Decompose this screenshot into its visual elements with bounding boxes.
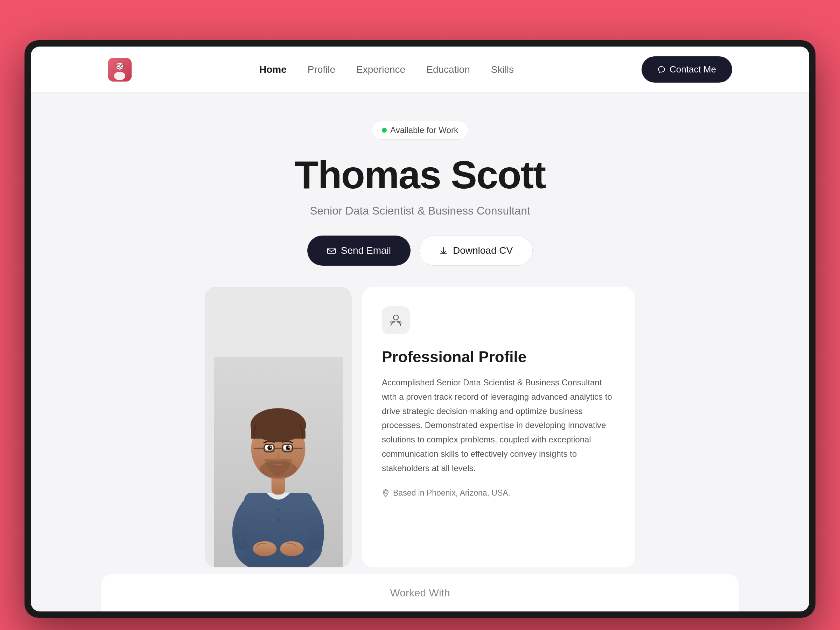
svg-rect-8 (328, 248, 335, 254)
nav-experience[interactable]: Experience (356, 64, 405, 75)
hero-buttons: Send Email Download CV (307, 235, 533, 266)
screen: Home Profile Experience Education Skills… (31, 47, 809, 611)
svg-rect-12 (244, 493, 312, 567)
contact-me-label: Contact Me (669, 64, 716, 75)
download-icon (439, 246, 448, 255)
hero-title: Senior Data Scientist & Business Consult… (310, 204, 530, 217)
available-text: Available for Work (390, 125, 458, 135)
profile-heading: Professional Profile (382, 348, 616, 366)
svg-point-39 (384, 491, 387, 494)
profile-icon (388, 313, 404, 328)
navbar: Home Profile Experience Education Skills… (31, 47, 809, 93)
nav-logo (108, 58, 132, 82)
contact-icon (658, 66, 665, 74)
email-icon (327, 246, 336, 255)
worked-with-title: Worked With (120, 587, 720, 599)
device-frame: Home Profile Experience Education Skills… (25, 40, 815, 618)
svg-point-13 (277, 508, 279, 512)
send-email-label: Send Email (341, 245, 391, 256)
nav-skills[interactable]: Skills (491, 64, 514, 75)
person-illustration (212, 357, 345, 567)
send-email-button[interactable]: Send Email (307, 235, 411, 266)
profile-icon-box (382, 306, 410, 334)
photo-card (205, 287, 352, 567)
svg-point-14 (277, 519, 279, 521)
nav-links: Home Profile Experience Education Skills (259, 64, 514, 75)
svg-point-28 (288, 447, 290, 448)
hero-section: Available for Work Thomas Scott Senior D… (31, 93, 809, 287)
available-badge: Available for Work (372, 121, 468, 140)
location-text: Based in Phoenix, Arizona, USA. (393, 488, 510, 498)
hero-name: Thomas Scott (295, 152, 546, 197)
svg-point-2 (114, 72, 125, 80)
location-row: Based in Phoenix, Arizona, USA. (382, 488, 616, 498)
download-cv-label: Download CV (453, 245, 513, 256)
available-dot (382, 128, 387, 133)
nav-profile[interactable]: Profile (308, 64, 335, 75)
worked-with-section: Worked With (101, 574, 739, 611)
svg-point-34 (393, 315, 398, 320)
profile-description: Accomplished Senior Data Scientist & Bus… (382, 376, 616, 476)
location-icon (382, 489, 390, 497)
nav-education[interactable]: Education (426, 64, 470, 75)
nav-home[interactable]: Home (259, 64, 287, 75)
svg-point-27 (270, 447, 272, 448)
content-area: Professional Profile Accomplished Senior… (31, 287, 809, 567)
svg-point-3 (118, 65, 118, 66)
svg-point-1 (116, 63, 123, 69)
profile-card: Professional Profile Accomplished Senior… (362, 287, 635, 567)
download-cv-button[interactable]: Download CV (419, 235, 533, 266)
contact-me-button[interactable]: Contact Me (641, 56, 732, 83)
